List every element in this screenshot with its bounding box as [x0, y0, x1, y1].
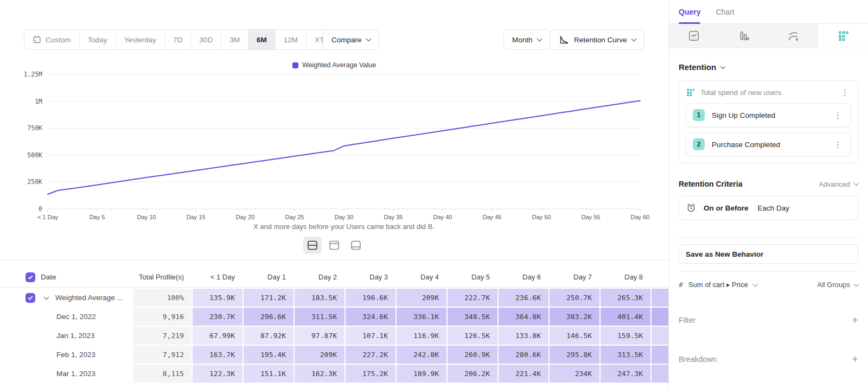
- retention-value-cell[interactable]: 364.8K: [499, 308, 548, 326]
- retention-value-cell[interactable]: 162.3K: [295, 365, 344, 383]
- range-7d[interactable]: 7D: [165, 30, 191, 49]
- retention-value-cell[interactable]: 159.5K: [601, 327, 650, 345]
- tab-retention-selected[interactable]: [818, 24, 868, 48]
- retention-value-cell[interactable]: 313.5K: [601, 346, 650, 364]
- retention-value-cell[interactable]: 209K: [295, 346, 344, 364]
- retention-value-cell[interactable]: 242.8K: [397, 346, 446, 364]
- retention-value-cell[interactable]: 67.99K: [193, 327, 242, 345]
- retention-value-cell[interactable]: 196.6K: [346, 289, 395, 307]
- save-as-new-behavior-button[interactable]: Save as New Behavior: [679, 244, 858, 264]
- retention-value-cell[interactable]: 236.6K: [499, 289, 548, 307]
- range-6m-selected[interactable]: 6M: [248, 30, 276, 49]
- add-filter-button[interactable]: +: [852, 315, 858, 326]
- retention-value-cell[interactable]: 324.6K: [346, 308, 395, 326]
- retention-value-cell[interactable]: 209K: [397, 289, 446, 307]
- criteria-condition-card[interactable]: On or Before Each Day: [679, 196, 858, 220]
- report-section-dropdown[interactable]: Retention: [679, 62, 858, 72]
- retention-value-cell[interactable]: 383.2K: [550, 308, 599, 326]
- svg-text:Day 55: Day 55: [582, 214, 601, 220]
- step-sign-up-completed[interactable]: 1 Sign Up Completed ⋮: [686, 103, 851, 127]
- table-row[interactable]: Feb 1, 20237,912163.7K195.4K209K227.2K24…: [0, 346, 668, 364]
- tab-query[interactable]: Query: [679, 0, 700, 24]
- retention-value-cell[interactable]: 260.9K: [448, 346, 497, 364]
- retention-value-cell[interactable]: 234K: [550, 365, 599, 383]
- retention-value-cell[interactable]: 348.5K: [448, 308, 497, 326]
- table-row[interactable]: Weighted Average ...100%135.9K171.2K183.…: [0, 289, 668, 307]
- tab-funnels[interactable]: [719, 24, 769, 48]
- retention-value-cell[interactable]: 247.3K: [601, 365, 650, 383]
- top-pane-toggle[interactable]: [325, 237, 343, 254]
- tab-insights[interactable]: [669, 24, 719, 48]
- tab-chart[interactable]: Chart: [716, 0, 734, 24]
- retention-value-cell[interactable]: 116.9K: [397, 327, 446, 345]
- retention-value-cell[interactable]: 206.2K: [448, 365, 497, 383]
- retention-line-chart[interactable]: 0250K500K750K1M1.25M< 1 DayDay 5Day 10Da…: [0, 68, 668, 225]
- range-30d[interactable]: 30D: [191, 30, 221, 49]
- column-header[interactable]: Total Profile(s): [133, 273, 192, 281]
- row-checkbox[interactable]: [25, 293, 35, 303]
- retention-value-cell[interactable]: 221.4K: [499, 365, 548, 383]
- date-header-cell: Date: [0, 272, 132, 282]
- behavior-dots-icon: [686, 88, 695, 97]
- retention-value-cell[interactable]: 133.8K: [499, 327, 548, 345]
- retention-value-cell[interactable]: 183.5K: [295, 289, 344, 307]
- retention-value-cell[interactable]: 296.6K: [244, 308, 293, 326]
- criteria-mode-dropdown[interactable]: Advanced: [819, 180, 858, 188]
- retention-value-cell[interactable]: 265.3K: [601, 289, 650, 307]
- retention-value-cell[interactable]: 250.7K: [550, 289, 599, 307]
- range-custom[interactable]: Custom: [24, 30, 80, 49]
- add-breakdown-button[interactable]: +: [852, 354, 858, 365]
- retention-value-cell[interactable]: 107.1K: [346, 327, 395, 345]
- retention-value-cell[interactable]: 126.5K: [448, 327, 497, 345]
- measure-dropdown[interactable]: # Sum of cart ▸ Price: [679, 281, 757, 289]
- retention-value-cell[interactable]: 401.4K: [601, 308, 650, 326]
- column-header[interactable]: Day 1: [244, 273, 293, 281]
- kebab-menu-icon[interactable]: ⋮: [839, 87, 851, 98]
- retention-value-cell[interactable]: 122.3K: [193, 365, 242, 383]
- table-row[interactable]: Dec 1, 20229,916230.7K296.6K311.5K324.6K…: [0, 308, 668, 326]
- chart-type-button[interactable]: Retention Curve: [550, 29, 644, 50]
- retention-value-cell[interactable]: 227.2K: [346, 346, 395, 364]
- table-row[interactable]: Mar 1, 20238,115122.3K151.1K162.3K175.2K…: [0, 365, 668, 383]
- split-view-toggle[interactable]: [303, 237, 322, 254]
- column-header[interactable]: Day 6: [499, 273, 548, 281]
- retention-value-cell[interactable]: 311.5K: [295, 308, 344, 326]
- step-purchase-completed[interactable]: 2 Purchase Completed ⋮: [686, 132, 851, 156]
- range-today[interactable]: Today: [80, 30, 116, 49]
- retention-value-cell[interactable]: 87.92K: [244, 327, 293, 345]
- kebab-menu-icon[interactable]: ⋮: [832, 110, 844, 120]
- expand-chevron-icon[interactable]: [44, 294, 49, 300]
- retention-value-cell[interactable]: 151.1K: [244, 365, 293, 383]
- column-header[interactable]: Day 5: [448, 273, 497, 281]
- range-3m[interactable]: 3M: [221, 30, 248, 49]
- retention-value-cell[interactable]: 189.9K: [397, 365, 446, 383]
- kebab-menu-icon[interactable]: ⋮: [832, 139, 844, 150]
- column-header[interactable]: < 1 Day: [193, 273, 242, 281]
- table-row[interactable]: Jan 1, 20237,21967.99K87.92K97.87K107.1K…: [0, 327, 668, 345]
- retention-value-cell[interactable]: 175.2K: [346, 365, 395, 383]
- column-header[interactable]: Day 2: [295, 273, 344, 281]
- retention-value-cell[interactable]: 295.8K: [550, 346, 599, 364]
- retention-value-cell[interactable]: 222.7K: [448, 289, 497, 307]
- granularity-button[interactable]: Month: [503, 29, 550, 50]
- select-all-checkbox[interactable]: [25, 272, 35, 282]
- column-header[interactable]: Day 7: [550, 273, 599, 281]
- retention-value-cell[interactable]: 280.6K: [499, 346, 548, 364]
- column-header[interactable]: Day 4: [397, 273, 446, 281]
- column-header[interactable]: Day 8: [601, 273, 650, 281]
- groups-dropdown[interactable]: All Groups: [817, 281, 858, 289]
- range-12m[interactable]: 12M: [276, 30, 307, 49]
- retention-value-cell[interactable]: 171.2K: [244, 289, 293, 307]
- retention-value-cell[interactable]: 163.7K: [193, 346, 242, 364]
- retention-value-cell[interactable]: 336.1K: [397, 308, 446, 326]
- retention-value-cell[interactable]: 97.87K: [295, 327, 344, 345]
- retention-value-cell[interactable]: 146.5K: [550, 327, 599, 345]
- range-yesterday[interactable]: Yesterday: [116, 30, 165, 49]
- column-header[interactable]: Day 3: [346, 273, 395, 281]
- compare-button[interactable]: Compare: [323, 29, 379, 50]
- retention-value-cell[interactable]: 230.7K: [193, 308, 242, 326]
- retention-value-cell[interactable]: 195.4K: [244, 346, 293, 364]
- bottom-pane-toggle[interactable]: [347, 237, 365, 254]
- tab-flows[interactable]: [769, 24, 819, 48]
- retention-value-cell[interactable]: 135.9K: [193, 289, 242, 307]
